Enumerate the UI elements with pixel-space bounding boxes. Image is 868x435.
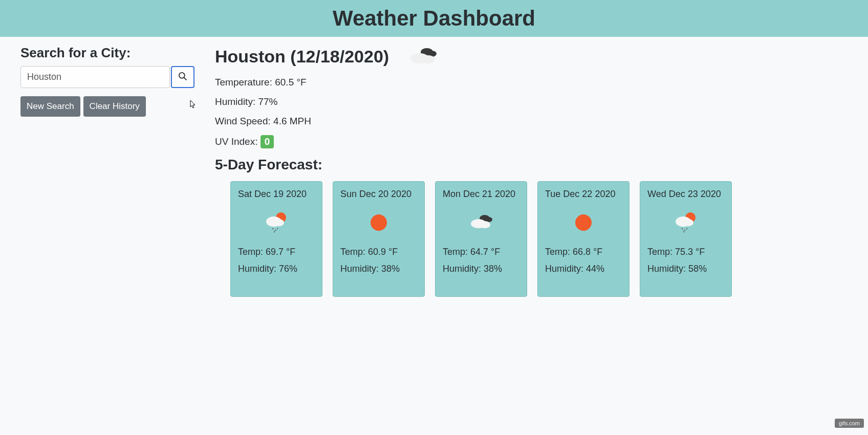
svg-point-5: [421, 55, 435, 63]
temperature-stat: Temperature: 60.5 °F: [215, 77, 848, 88]
svg-point-24: [686, 228, 688, 230]
forecast-temp: Temp: 64.7 °F: [443, 247, 519, 257]
uv-badge: 0: [261, 135, 274, 148]
search-icon: [178, 71, 188, 83]
forecast-date: Mon Dec 21 2020: [443, 189, 519, 200]
forecast-humidity: Humidity: 38%: [340, 264, 417, 274]
main-container: Search for a City: New Search Clear Hist…: [0, 37, 868, 305]
sidebar: Search for a City: New Search Clear Hist…: [20, 45, 194, 297]
forecast-date: Wed Dec 23 2020: [647, 189, 724, 200]
uv-prefix: UV Index:: [215, 136, 261, 147]
search-heading: Search for a City:: [20, 45, 194, 61]
button-row: New Search Clear History: [20, 96, 194, 117]
svg-point-18: [575, 214, 592, 231]
forecast-title: 5-Day Forecast:: [215, 157, 848, 173]
partly-showers-icon: [647, 209, 724, 236]
overcast-icon: [407, 45, 440, 68]
forecast-card: Mon Dec 21 2020 Temp: 64.7 °F Humidity: …: [435, 181, 527, 297]
svg-point-11: [277, 228, 278, 230]
forecast-humidity: Humidity: 76%: [238, 264, 315, 274]
forecast-row: Sat Dec 19 2020 Temp: 69.7 °F Humidity: …: [215, 181, 848, 297]
wind-stat: Wind Speed: 4.6 MPH: [215, 116, 848, 127]
forecast-humidity: Humidity: 44%: [545, 264, 622, 274]
svg-line-1: [184, 78, 187, 80]
svg-point-12: [274, 231, 275, 233]
svg-point-9: [272, 228, 274, 230]
forecast-humidity: Humidity: 58%: [647, 264, 724, 274]
city-date-label: Houston (12/18/2020): [215, 47, 389, 67]
svg-point-21: [683, 219, 693, 226]
forecast-date: Sun Dec 20 2020: [340, 189, 417, 200]
forecast-date: Tue Dec 22 2020: [545, 189, 622, 200]
app-header: Weather Dashboard: [0, 0, 868, 37]
svg-point-25: [683, 231, 685, 233]
forecast-date: Sat Dec 19 2020: [238, 189, 315, 200]
sunny-icon: [545, 209, 622, 236]
partly-showers-icon: [238, 209, 315, 236]
forecast-card: Tue Dec 22 2020 Temp: 66.8 °F Humidity: …: [537, 181, 630, 297]
forecast-card: Sun Dec 20 2020 Temp: 60.9 °F Humidity: …: [333, 181, 425, 297]
svg-point-0: [179, 73, 185, 78]
uv-stat: UV Index: 0: [215, 135, 848, 148]
humidity-stat: Humidity: 77%: [215, 96, 848, 107]
svg-point-23: [684, 230, 686, 231]
svg-point-8: [274, 219, 284, 226]
search-input[interactable]: [20, 66, 170, 88]
forecast-temp: Temp: 69.7 °F: [238, 247, 315, 257]
svg-point-10: [275, 230, 276, 231]
search-row: [20, 66, 194, 88]
main-content: Houston (12/18/2020) Temperature: 60.5 °…: [215, 45, 848, 297]
forecast-temp: Temp: 75.3 °F: [647, 247, 724, 257]
new-search-button[interactable]: New Search: [20, 96, 80, 117]
search-button[interactable]: [171, 66, 194, 88]
forecast-temp: Temp: 66.8 °F: [545, 247, 622, 257]
clear-history-button[interactable]: Clear History: [83, 96, 146, 117]
forecast-temp: Temp: 60.9 °F: [340, 247, 417, 257]
city-title-row: Houston (12/18/2020): [215, 45, 848, 68]
forecast-card: Wed Dec 23 2020 Temp: 75.3 °F Humidity: …: [640, 181, 732, 297]
page-title: Weather Dashboard: [0, 6, 868, 31]
svg-point-17: [479, 221, 490, 228]
sunny-icon: [340, 209, 417, 236]
forecast-humidity: Humidity: 38%: [443, 264, 519, 274]
forecast-card: Sat Dec 19 2020 Temp: 69.7 °F Humidity: …: [230, 181, 322, 297]
svg-point-22: [682, 228, 683, 230]
cloudy-icon: [443, 209, 519, 236]
svg-point-13: [371, 214, 387, 231]
